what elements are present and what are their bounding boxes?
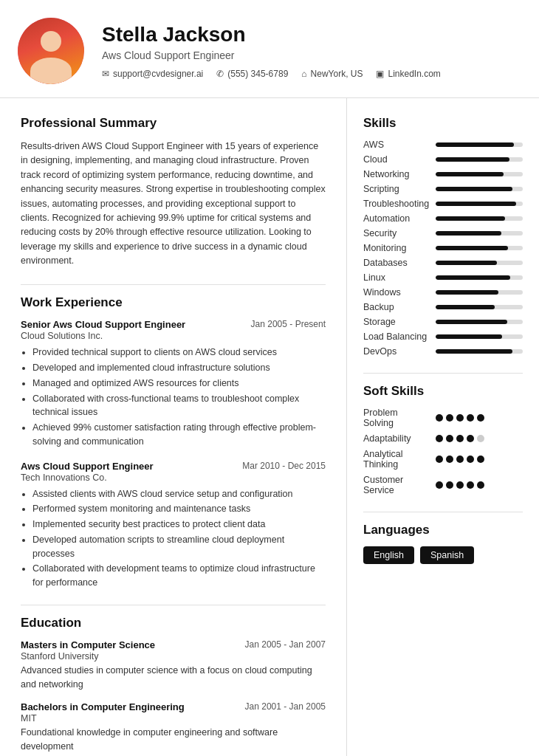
job-header: Aws Cloud Support Engineer Mar 2010 - De…: [21, 461, 326, 472]
job-bullet: Achieved 99% customer satisfaction ratin…: [32, 421, 326, 449]
skill-row-10: Windows: [363, 287, 523, 298]
dot-filled: [477, 456, 484, 463]
skill-label: AWS: [363, 140, 430, 150]
edu-block-1: Bachelors in Computer Engineering Jan 20…: [21, 701, 326, 754]
dot-filled: [456, 435, 464, 442]
skill-label: Networking: [363, 169, 430, 179]
skill-bar-fill: [436, 172, 504, 176]
soft-skill-label: Problem Solving: [363, 408, 430, 428]
skill-bar-track: [436, 231, 523, 236]
skill-bar-track: [436, 157, 523, 162]
dot-filled: [446, 414, 453, 422]
resume-header: Stella Jackson Aws Cloud Support Enginee…: [0, 0, 539, 98]
dot-filled: [436, 456, 443, 463]
job-title: Aws Cloud Support Engineer: [21, 461, 154, 472]
edu-dates: Jan 2005 - Jan 2007: [245, 639, 326, 650]
skill-row-12: Storage: [363, 317, 523, 327]
skill-bar-track: [436, 349, 523, 354]
skill-row-1: Cloud: [363, 154, 523, 165]
skill-row-9: Linux: [363, 272, 523, 283]
skill-row-7: Monitoring: [363, 243, 523, 253]
edu-school: MIT: [21, 713, 326, 724]
skill-bar-fill: [436, 290, 498, 295]
skill-label: Troubleshooting: [363, 199, 430, 209]
dots-container: [436, 456, 484, 463]
skill-label: Databases: [363, 258, 430, 268]
skill-label: Storage: [363, 317, 430, 327]
skill-row-4: Troubleshooting: [363, 199, 523, 209]
edu-school: Stanford University: [21, 651, 326, 662]
soft-skill-label: Analytical Thinking: [363, 449, 430, 470]
edu-degree: Masters in Computer Science: [21, 639, 155, 650]
languages-title: Languages: [363, 523, 523, 537]
skill-row-5: Automation: [363, 213, 523, 224]
job-bullet: Developed and implemented cloud infrastr…: [32, 361, 326, 375]
location-icon: ⌂: [301, 69, 306, 79]
job-block-0: Senior Aws Cloud Support Engineer Jan 20…: [21, 319, 326, 448]
job-dates: Mar 2010 - Dec 2015: [242, 461, 326, 471]
education-section: Education Masters in Computer Science Ja…: [21, 616, 326, 754]
contact-item-location: ⌂NewYork, US: [301, 69, 363, 79]
contact-list: ✉support@cvdesigner.ai✆(555) 345-6789⌂Ne…: [102, 69, 517, 79]
dots-container: [436, 414, 484, 422]
skill-bar-track: [436, 246, 523, 250]
header-info: Stella Jackson Aws Cloud Support Enginee…: [102, 23, 517, 79]
email-icon: ✉: [102, 69, 109, 79]
dot-filled: [446, 435, 453, 442]
dot-filled: [477, 481, 484, 489]
job-bullet: Developed automation scripts to streamli…: [32, 533, 326, 561]
contact-text: (555) 345-6789: [227, 69, 288, 79]
dot-filled: [467, 435, 474, 442]
dot-filled: [467, 456, 474, 463]
dot-filled: [436, 435, 443, 442]
job-bullet: Collaborated with cross-functional teams…: [32, 392, 326, 420]
dot-filled: [446, 481, 453, 489]
edu-block-0: Masters in Computer Science Jan 2005 - J…: [21, 639, 326, 692]
skill-row-0: AWS: [363, 140, 523, 150]
soft-skill-row-1: Adaptability: [363, 433, 523, 444]
skill-bar-fill: [436, 187, 512, 191]
soft-skills-section: Soft Skills Problem Solving Adaptability…: [363, 384, 523, 495]
language-tags: EnglishSpanish: [363, 546, 523, 564]
skill-label: DevOps: [363, 346, 430, 357]
contact-text: LinkedIn.com: [388, 69, 440, 79]
skill-bar-fill: [436, 231, 501, 236]
dot-filled: [456, 481, 464, 489]
job-company: Cloud Solutions Inc.: [21, 331, 326, 341]
skill-row-3: Scripting: [363, 184, 523, 194]
skill-row-11: Backup: [363, 302, 523, 312]
left-column: Professional Summary Results-driven AWS …: [0, 98, 347, 756]
skill-row-6: Security: [363, 228, 523, 238]
skill-bar-fill: [436, 261, 497, 265]
skill-label: Linux: [363, 272, 430, 283]
skill-label: Backup: [363, 302, 430, 312]
soft-skills-title: Soft Skills: [363, 384, 523, 399]
languages-section: Languages EnglishSpanish: [363, 523, 523, 564]
dot-filled: [456, 414, 464, 422]
job-bullet: Collaborated with development teams to o…: [32, 562, 326, 590]
language-tag-english: English: [363, 546, 414, 564]
skill-bar-track: [436, 261, 523, 265]
dot-filled: [467, 414, 474, 422]
right-column: Skills AWS Cloud Networking Scripting Tr…: [347, 98, 539, 756]
skill-bar-fill: [436, 275, 510, 280]
skill-bar-track: [436, 216, 523, 221]
work-experience-section: Work Experience Senior Aws Cloud Support…: [21, 295, 326, 590]
skill-bar-fill: [436, 305, 495, 309]
dot-filled: [436, 481, 443, 489]
job-company: Tech Innovations Co.: [21, 472, 326, 483]
skill-label: Monitoring: [363, 243, 430, 253]
avatar-image: [18, 18, 84, 84]
skills-section: Skills AWS Cloud Networking Scripting Tr…: [363, 116, 523, 357]
soft-skill-label: Adaptability: [363, 433, 430, 444]
job-bullets: Provided technical support to clients on…: [21, 346, 326, 448]
skill-bar-fill: [436, 202, 516, 206]
divider-3: [363, 373, 523, 374]
skill-bar-fill: [436, 334, 502, 339]
dots-container: [436, 481, 484, 489]
soft-skill-row-2: Analytical Thinking: [363, 449, 523, 470]
edu-dates: Jan 2001 - Jan 2005: [245, 701, 326, 712]
skill-bar-fill: [436, 320, 507, 324]
summary-title: Professional Summary: [21, 116, 326, 131]
skill-row-14: DevOps: [363, 346, 523, 357]
